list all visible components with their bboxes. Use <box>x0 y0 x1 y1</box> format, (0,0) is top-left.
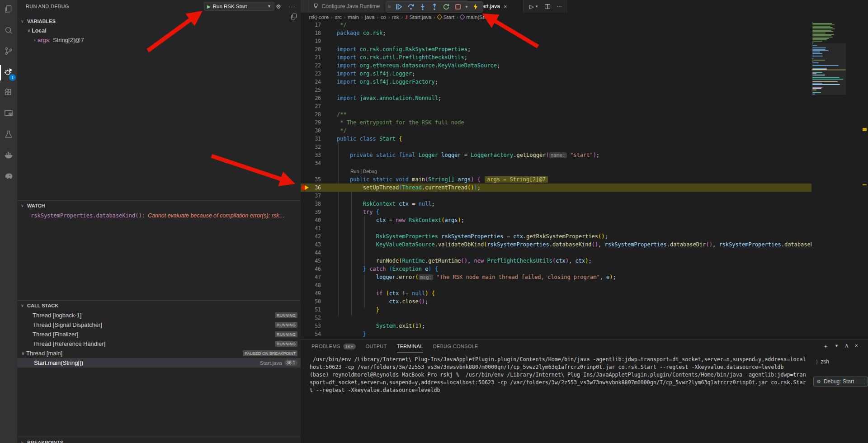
restart-button[interactable] <box>441 2 452 12</box>
activity-item-extensions[interactable] <box>0 83 17 104</box>
line-number[interactable]: 52 <box>301 314 321 322</box>
breadcrumb-item[interactable]: co <box>381 14 386 20</box>
watch-expression-row[interactable]: rskSystemProperties.databaseKind(): Cann… <box>17 211 301 220</box>
terminal-dropdown-icon[interactable]: ▼ <box>835 342 839 350</box>
split-editor-icon[interactable] <box>545 4 550 9</box>
line-number[interactable]: 23 <box>301 70 321 78</box>
line-number[interactable]: 53 <box>301 322 321 330</box>
line-number[interactable]: 42 <box>301 232 321 240</box>
breadcrumb-item[interactable]: src <box>335 14 341 20</box>
call-stack-thread-row[interactable]: Thread [Reference Handler]RUNNING <box>17 339 301 349</box>
line-number[interactable]: 35 <box>301 175 321 184</box>
close-icon[interactable]: × <box>504 3 507 10</box>
panel-tab-output[interactable]: OUTPUT <box>366 339 387 353</box>
line-number[interactable]: 33 <box>301 151 321 159</box>
gear-icon[interactable]: ⚙ <box>276 3 281 10</box>
call-stack-section-header[interactable]: ∨ CALL STACK <box>17 301 301 310</box>
line-number[interactable]: 24 <box>301 78 321 86</box>
line-number[interactable]: 37 <box>301 192 321 200</box>
breadcrumb-item[interactable]: java <box>365 14 374 20</box>
line-number[interactable]: 49 <box>301 289 321 297</box>
breadcrumb-item[interactable]: rskj-core <box>309 14 329 20</box>
line-number[interactable]: 44 <box>301 249 321 257</box>
code-editor[interactable]: 17 */18package co.rsk;1920import co.rsk.… <box>301 22 811 339</box>
call-stack-thread-row[interactable]: Thread [Signal Dispatcher]RUNNING <box>17 320 301 330</box>
drag-grip-icon[interactable]: ⠿ <box>388 5 392 9</box>
line-number[interactable]: 25 <box>301 86 321 94</box>
terminal-output[interactable]: /usr/bin/env /Library/Internet\ Plug-Ins… <box>310 356 821 442</box>
activity-item-testing-flask[interactable] <box>0 125 17 146</box>
line-number[interactable]: 17 <box>301 22 321 29</box>
line-number[interactable]: 31 <box>301 135 321 143</box>
breadcrumb-item[interactable]: rsk <box>392 14 399 20</box>
line-number[interactable]: 26 <box>301 94 321 102</box>
breadcrumb-symbol[interactable]: Start <box>438 14 454 20</box>
variables-section-header[interactable]: ∨ VARIABLES <box>17 16 301 26</box>
line-number[interactable]: 28 <box>301 110 321 118</box>
activity-item-remote-explorer[interactable] <box>0 104 17 125</box>
line-number[interactable]: 22 <box>301 61 321 70</box>
continue-button[interactable] <box>394 2 404 12</box>
terminal-item-debug-start[interactable]: ⚙Debug: Start <box>813 377 868 386</box>
more-actions-icon[interactable]: ··· <box>288 3 296 10</box>
codelens-run-debug[interactable]: Run | Debug <box>350 167 377 175</box>
step-out-button[interactable] <box>429 2 439 12</box>
step-over-button[interactable] <box>406 2 416 12</box>
call-stack-thread-row[interactable]: Thread [logback-1]RUNNING <box>17 311 301 320</box>
line-number[interactable]: 47 <box>301 273 321 281</box>
new-terminal-icon[interactable]: ＋ <box>823 342 829 350</box>
activity-item-run-and-debug[interactable]: 1 <box>0 62 17 83</box>
breakpoints-section-header[interactable]: ∨ BREAKPOINTS <box>17 438 301 443</box>
line-number[interactable]: 27 <box>301 102 321 110</box>
run-java-button[interactable]: ▷▼ <box>529 3 538 10</box>
call-stack-thread-row[interactable]: ∨Thread [main]PAUSED ON BREAKPOINT <box>17 349 301 358</box>
minimap-viewport[interactable] <box>811 43 846 95</box>
more-actions-icon[interactable]: ··· <box>557 3 562 9</box>
activity-item-search[interactable] <box>0 21 17 42</box>
breadcrumb-symbol[interactable]: main(String[]) <box>460 14 497 20</box>
line-number[interactable]: 43 <box>301 240 321 249</box>
panel-tab-debug-console[interactable]: DEBUG CONSOLE <box>433 339 478 353</box>
hot-code-replace-button[interactable] <box>471 2 481 12</box>
line-number[interactable]: 39 <box>301 208 321 216</box>
breadcrumb-item[interactable]: main <box>348 14 359 20</box>
panel-tab-terminal[interactable]: TERMINAL <box>397 339 423 353</box>
watch-section-header[interactable]: ∨ WATCH <box>17 201 301 210</box>
chevron-down-icon[interactable]: ▼ <box>267 4 271 9</box>
line-number[interactable]: 32 <box>301 143 321 151</box>
maximize-panel-icon[interactable]: ∧ <box>844 342 849 350</box>
line-number[interactable]: 18 <box>301 29 321 37</box>
line-number[interactable]: 46 <box>301 265 321 273</box>
variable-args-row[interactable]: › args: String[2]@7 <box>17 35 301 45</box>
run-play-icon[interactable]: ▶ <box>207 4 211 9</box>
stop-button[interactable] <box>453 2 463 12</box>
line-number[interactable]: 41 <box>301 224 321 232</box>
line-number[interactable]: 19 <box>301 37 321 45</box>
line-number[interactable]: 45 <box>301 257 321 265</box>
stack-frame-row[interactable]: Start.main(String[])Start.java36:1 <box>17 358 301 368</box>
line-number[interactable]: 30 <box>301 127 321 135</box>
close-panel-icon[interactable]: × <box>854 342 858 350</box>
activity-item-gradle[interactable] <box>0 166 17 187</box>
step-into-button[interactable] <box>417 2 428 12</box>
line-number[interactable]: 40 <box>301 216 321 224</box>
variables-scope-local[interactable]: ∨ Local <box>17 26 301 35</box>
line-number[interactable]: 50 <box>301 297 321 306</box>
call-stack-thread-row[interactable]: Thread [Finalizer]RUNNING <box>17 330 301 339</box>
chevron-right-icon[interactable]: › <box>32 38 38 42</box>
editor-tab-configure-java-runtime[interactable]: Configure Java Runtime <box>309 0 393 13</box>
breakpoint-paused-icon[interactable] <box>302 185 311 190</box>
line-number[interactable]: 21 <box>301 53 321 61</box>
line-number[interactable]: 29 <box>301 118 321 127</box>
activity-item-explorer[interactable] <box>0 0 17 21</box>
line-number[interactable]: 20 <box>301 45 321 53</box>
terminal-item-zsh[interactable]: ⟩zsh <box>813 357 868 367</box>
activity-item-docker[interactable] <box>0 146 17 166</box>
line-number[interactable]: 34 <box>301 159 321 167</box>
line-number[interactable]: 48 <box>301 281 321 289</box>
activity-item-source-control[interactable] <box>0 42 17 62</box>
run-config-dropdown[interactable]: ▶ Run RSK Start ▼ <box>204 2 274 11</box>
line-number[interactable]: 51 <box>301 306 321 314</box>
breadcrumb-file[interactable]: JStart.java <box>405 14 431 20</box>
panel-tab-problems[interactable]: PROBLEMS1K+ <box>311 339 356 353</box>
